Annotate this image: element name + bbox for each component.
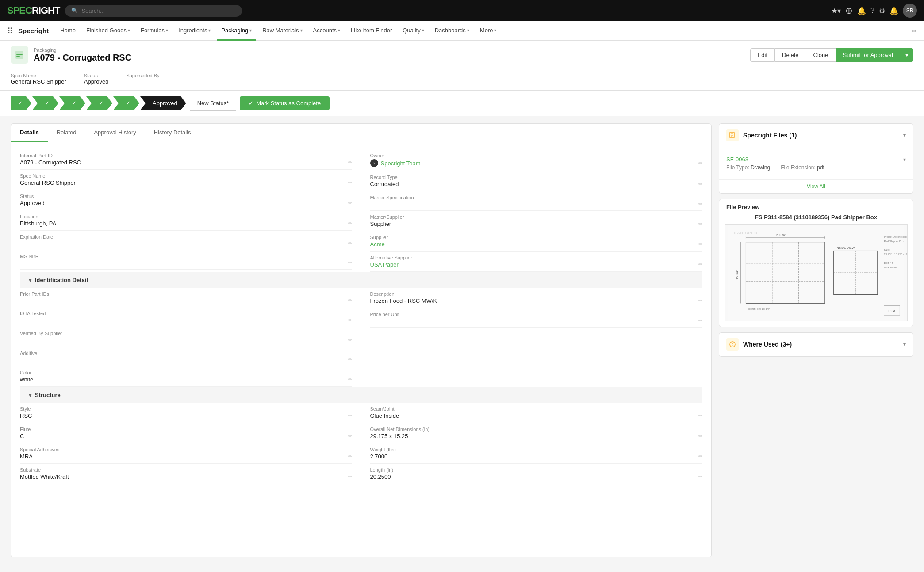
tab-related[interactable]: Related	[48, 124, 85, 142]
submit-approval-button[interactable]: Submit for Approval	[836, 48, 901, 62]
edit-substrate-icon[interactable]: ✏	[348, 474, 352, 480]
progress-step-2[interactable]: ✓	[32, 96, 58, 110]
edit-flute-icon[interactable]: ✏	[348, 433, 352, 439]
search-input[interactable]	[81, 8, 236, 14]
spec-name-field: Spec Name General RSC Shipper✏	[20, 170, 352, 190]
edit-record-type-icon[interactable]: ✏	[698, 181, 702, 187]
chevron-down-icon: ▾	[249, 28, 252, 33]
chevron-down-icon: ▾	[29, 277, 31, 283]
edit-prior-parts-icon[interactable]: ✏	[348, 297, 352, 303]
tab-history-details[interactable]: History Details	[145, 124, 200, 142]
edit-price-icon[interactable]: ✏	[698, 318, 702, 324]
nav-raw-materials[interactable]: Raw Materials▾	[258, 21, 307, 41]
nav-dashboards[interactable]: Dashboards▾	[430, 21, 474, 41]
logo: SPECRIGHT	[7, 5, 60, 16]
edit-location-icon[interactable]: ✏	[348, 221, 352, 226]
edit-dims-icon[interactable]: ✏	[698, 433, 702, 439]
edit-style-icon[interactable]: ✏	[348, 413, 352, 419]
clone-button[interactable]: Clone	[806, 48, 836, 62]
top-bar: SPECRIGHT 🔍 ★▾ ⊕ 🔔 ? ⚙ 🔔 SR	[0, 0, 924, 21]
structure-fields: Style RSC✏ Flute C✏ Special Adhesives MR…	[20, 403, 702, 484]
submit-dropdown-button[interactable]: ▾	[901, 48, 913, 62]
nav-packaging[interactable]: Packaging▾	[217, 21, 256, 41]
chevron-down-icon: ▾	[128, 28, 130, 33]
edit-additive-icon[interactable]: ✏	[348, 357, 352, 362]
verified-checkbox[interactable]	[20, 337, 26, 343]
nav-finished-goods[interactable]: Finished Goods▾	[82, 21, 134, 41]
progress-step-approved[interactable]: Approved	[140, 96, 186, 110]
delete-button[interactable]: Delete	[775, 48, 806, 62]
edit-desc-icon[interactable]: ✏	[698, 298, 702, 304]
spec-name-value: General RSC Shipper	[11, 78, 66, 85]
status-value: Approved	[84, 78, 109, 85]
progress-step-4[interactable]: ✓	[86, 96, 112, 110]
notification-bell-icon[interactable]: 🔔	[857, 7, 866, 15]
tab-details[interactable]: Details	[11, 124, 48, 142]
edit-ms-nbr-icon[interactable]: ✏	[348, 260, 352, 266]
bell-icon[interactable]: 🔔	[889, 7, 898, 15]
edit-seam-icon[interactable]: ✏	[698, 413, 702, 419]
edit-nav-icon[interactable]: ✏	[912, 27, 917, 34]
edit-supplier-icon[interactable]: ✏	[698, 241, 702, 247]
structure-section-header[interactable]: ▾ Structure	[20, 387, 702, 403]
plus-icon[interactable]: ⊕	[845, 5, 853, 16]
file-item-chevron[interactable]: ▾	[903, 156, 906, 163]
nav-home[interactable]: Home	[56, 21, 80, 41]
grid-icon[interactable]: ⠿	[7, 26, 13, 36]
svg-text:15 1/4": 15 1/4"	[736, 270, 739, 280]
owner-avatar: S	[370, 159, 378, 167]
file-id-link[interactable]: SF-0063	[726, 156, 748, 163]
svg-text:Pad Shipper Box: Pad Shipper Box	[884, 240, 904, 243]
avatar[interactable]: SR	[903, 4, 917, 18]
edit-expiration-icon[interactable]: ✏	[348, 240, 352, 246]
progress-step-5[interactable]: ✓	[113, 96, 139, 110]
edit-status-icon[interactable]: ✏	[348, 200, 352, 206]
app-label: Specright	[18, 27, 49, 34]
question-icon[interactable]: ?	[870, 7, 874, 15]
progress-step-3[interactable]: ✓	[59, 96, 85, 110]
edit-length-icon[interactable]: ✏	[698, 474, 702, 480]
edit-master-spec-icon[interactable]: ✏	[698, 201, 702, 207]
edit-alt-supplier-icon[interactable]: ✏	[698, 262, 702, 267]
tab-approval-history[interactable]: Approval History	[85, 124, 145, 142]
edit-weight-icon[interactable]: ✏	[698, 454, 702, 459]
progress-step-1[interactable]: ✓	[11, 96, 31, 110]
new-status-field[interactable]: New Status*	[190, 96, 237, 111]
chevron-down-icon: ▾	[338, 28, 340, 33]
nav-accounts[interactable]: Accounts▾	[309, 21, 345, 41]
edit-adhesives-icon[interactable]: ✏	[348, 454, 352, 459]
superseded-meta: Superseded By	[126, 73, 159, 85]
files-panel-chevron[interactable]: ▾	[903, 132, 906, 138]
edit-button[interactable]: Edit	[750, 48, 775, 62]
spec-header: Packaging A079 - Corrugated RSC Edit Del…	[0, 41, 924, 69]
edit-master-supplier-icon[interactable]: ✏	[698, 221, 702, 227]
spec-name-label: Spec Name	[11, 73, 66, 78]
identification-section-header[interactable]: ▾ Identification Detail	[20, 272, 702, 288]
files-panel-icon	[726, 129, 739, 141]
form-body: Internal Part ID A079 - Corrugated RSC✏ …	[11, 142, 711, 491]
edit-ista-icon[interactable]: ✏	[348, 317, 352, 323]
nav-like-item-finder[interactable]: Like Item Finder	[346, 21, 396, 41]
status-field: Status Approved✏	[20, 190, 352, 210]
edit-verified-icon[interactable]: ✏	[348, 337, 352, 343]
edit-internal-part-id-icon[interactable]: ✏	[348, 160, 352, 165]
edit-color-icon[interactable]: ✏	[348, 377, 352, 382]
nav-ingredients[interactable]: Ingredients▾	[174, 21, 215, 41]
view-all-button[interactable]: View All	[719, 179, 913, 193]
nav-more[interactable]: More▾	[475, 21, 501, 41]
verified-supplier-field: Verified By Supplier ✏	[20, 327, 352, 347]
seam-joint-field: Seam/Joint Glue Inside✏	[370, 403, 703, 423]
ista-checkbox[interactable]	[20, 317, 26, 323]
nav-formulas[interactable]: Formulas▾	[136, 21, 173, 41]
gear-icon[interactable]: ⚙	[879, 7, 885, 15]
search-box[interactable]: 🔍	[65, 5, 242, 17]
where-used-chevron[interactable]: ▾	[903, 341, 906, 347]
identification-fields: Prior Part IDs ✏ ISTA Tested ✏ Verified …	[20, 288, 702, 387]
star-icon[interactable]: ★▾	[831, 7, 841, 15]
nav-quality[interactable]: Quality▾	[398, 21, 428, 41]
edit-owner-icon[interactable]: ✏	[698, 160, 702, 166]
edit-spec-name-icon[interactable]: ✏	[348, 180, 352, 186]
right-panel: Specright Files (1) ▾ SF-0063 ▾ File Typ…	[719, 123, 913, 557]
style-field: Style RSC✏	[20, 403, 352, 423]
mark-complete-button[interactable]: ✓ Mark Status as Complete	[240, 96, 330, 110]
